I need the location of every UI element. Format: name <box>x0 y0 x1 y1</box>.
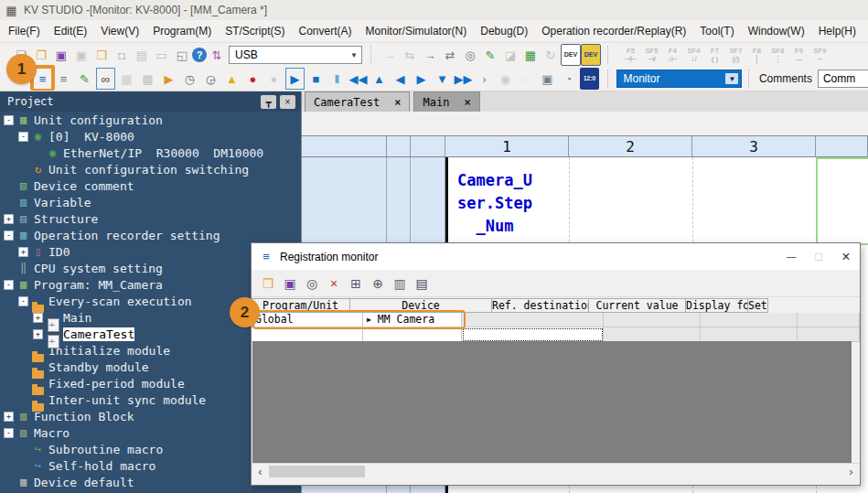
column-header[interactable]: Current value <box>589 298 686 313</box>
project-transfer-icon[interactable]: ❒ <box>91 44 112 66</box>
mode-select[interactable]: Monitor <box>616 70 743 88</box>
dialog-title-bar[interactable]: ≡ Registration monitor <box>252 243 860 270</box>
simulator-icon[interactable]: ◪ <box>500 44 520 66</box>
unit-monitor-icon[interactable]: ▦ <box>138 68 157 90</box>
insert-row-icon[interactable]: ⊞ <box>345 273 367 295</box>
closed-contact-pulse-icon[interactable]: SF4 ↓/ <box>683 44 704 66</box>
tree-expander-icon[interactable] <box>4 230 14 241</box>
record-icon[interactable]: ● <box>243 68 263 90</box>
replay-stop-icon[interactable]: ■ <box>306 68 326 90</box>
tab-close-icon[interactable] <box>464 96 470 109</box>
column-header[interactable]: Set <box>748 298 768 313</box>
open-file-icon[interactable]: ❐ <box>257 273 279 295</box>
menu-item[interactable]: Monitor/Simulator(N) <box>366 25 467 38</box>
vertical-line-icon[interactable]: F8 │ <box>746 44 767 66</box>
hand-gray-icon[interactable]: ◌ <box>517 68 536 90</box>
skip-to-end-icon[interactable]: ▶▶ <box>454 68 473 90</box>
scroll-left-icon[interactable] <box>252 464 268 479</box>
tree-item[interactable]: ▤ Device comment <box>0 177 301 194</box>
error-display-icon[interactable]: ▲ <box>222 68 241 90</box>
pause-gray-icon[interactable]: ◉ <box>496 68 515 90</box>
plc-transfer-icon[interactable]: ⇄ <box>440 44 460 66</box>
horizontal-line-delete-icon[interactable]: SF9 ┄ <box>809 44 830 66</box>
current-value-cell[interactable] <box>604 313 701 327</box>
protect-icon[interactable]: ◘ <box>112 44 132 66</box>
column-header[interactable]: Display format <box>686 298 748 313</box>
print-icon[interactable]: ▭ <box>152 44 172 66</box>
program-unit-cell[interactable] <box>252 327 363 342</box>
monitor-editor-icon[interactable]: ✎ <box>480 44 500 66</box>
project-delete-icon[interactable]: ▤ <box>132 44 152 66</box>
plc-verify-icon[interactable]: ⇆ <box>400 44 420 66</box>
horizontal-line-icon[interactable]: F9 — <box>788 44 809 66</box>
maximize-button[interactable] <box>805 247 832 267</box>
open-contact-pulse-icon[interactable]: F4 ↓⊢ <box>662 44 683 66</box>
menu-item[interactable]: Debug(D) <box>480 25 528 38</box>
grid-monitor-icon[interactable]: ▦ <box>117 68 136 90</box>
ref-destination-cell[interactable] <box>462 313 604 327</box>
ladder-cursor-cell[interactable] <box>816 157 868 245</box>
tree-item[interactable]: ◉ EtherNet/IP R30000 DM10000 <box>0 145 301 161</box>
menu-item[interactable]: File(F) <box>8 25 40 38</box>
editor-tab[interactable]: CameraTest <box>305 91 410 112</box>
display-format-cell[interactable] <box>701 327 798 342</box>
closed-contact-icon[interactable]: SF5 ⊣/ <box>641 44 662 66</box>
pin-icon[interactable]: ┳ <box>261 95 276 109</box>
timing-chart-icon[interactable]: ◔ <box>559 68 578 90</box>
save-all-icon[interactable]: ▣ <box>71 44 91 66</box>
set-cell[interactable] <box>798 313 860 327</box>
menu-item[interactable]: Window(W) <box>748 25 805 38</box>
comm-settings-icon[interactable]: ⇅ <box>207 44 227 66</box>
simulator-editor-icon[interactable]: ▦ <box>520 44 541 66</box>
dev-monitor-icon[interactable]: DEV <box>561 44 581 66</box>
scroll-right-icon[interactable] <box>843 464 859 479</box>
ladder-monitor-icon[interactable]: ∞ <box>96 68 115 90</box>
device-cell[interactable] <box>363 327 462 342</box>
ref-destination-cell-focused[interactable] <box>462 327 604 342</box>
menu-item[interactable]: Convert(A) <box>299 25 352 38</box>
column-header[interactable]: Device <box>350 298 492 313</box>
minimize-button[interactable] <box>777 247 805 267</box>
column-header[interactable]: Program/Unit <box>252 298 350 313</box>
save-project-icon[interactable]: ▣ <box>51 44 71 66</box>
help-icon[interactable]: ? <box>192 48 207 62</box>
tree-item[interactable]: ↻ Unit configuration switching <box>0 161 301 177</box>
menu-item[interactable]: Help(H) <box>819 25 856 38</box>
device-cell[interactable]: MM Camera <box>363 313 462 327</box>
tree-item[interactable]: ▥ Variable <box>0 194 301 210</box>
scrollbar-thumb[interactable] <box>269 466 365 477</box>
tree-expander-icon[interactable] <box>4 280 14 290</box>
current-value-cell[interactable] <box>604 327 701 342</box>
editor-tab[interactable]: Main <box>413 91 479 112</box>
set-cell[interactable] <box>798 327 860 342</box>
open-contact-icon[interactable]: F5 ⊣⊢ <box>620 44 641 66</box>
step-up-icon[interactable]: ▲ <box>370 68 389 90</box>
tree-item[interactable]: ▤ Structure <box>0 210 301 227</box>
tree-item[interactable]: ◉ [0] KV-8000 <box>0 128 301 145</box>
close-icon[interactable]: × <box>280 95 295 109</box>
comment-select[interactable]: Comm <box>818 70 868 88</box>
batch-monitor-icon[interactable]: ≡ <box>54 68 73 90</box>
menu-item[interactable]: ST/Script(S) <box>225 25 284 38</box>
comm-port-select[interactable]: USB <box>229 46 362 64</box>
delete-device-icon[interactable]: × <box>323 273 345 295</box>
append-row-icon[interactable]: ⊕ <box>367 273 389 295</box>
marker-back-icon[interactable]: ◀ <box>391 68 410 90</box>
tree-expander-icon[interactable] <box>4 214 14 224</box>
column-header[interactable]: Ref. destination <box>492 298 589 313</box>
device-search-icon[interactable]: ◎ <box>301 273 323 295</box>
unit-read-icon[interactable]: ▥ <box>389 273 411 295</box>
tree-item[interactable]: ▦ Unit configuration <box>0 112 301 128</box>
write-to-plc-icon[interactable]: → <box>380 44 400 66</box>
monitor-display-icon[interactable]: ▤ <box>411 273 433 295</box>
tree-expander-icon[interactable] <box>4 412 14 422</box>
menu-item[interactable]: Edit(E) <box>54 25 88 38</box>
closed-coil-icon[interactable]: SF7 (/) <box>725 44 746 66</box>
tree-expander-icon[interactable] <box>33 329 43 339</box>
skip-to-start-icon[interactable]: ◀◀ <box>348 68 368 90</box>
tree-expander-icon[interactable] <box>18 296 28 306</box>
display-format-cell[interactable] <box>701 313 798 327</box>
step-down-icon[interactable]: ▼ <box>433 68 452 90</box>
device-editor-icon[interactable]: ✎ <box>75 68 94 90</box>
menu-item[interactable]: Tool(T) <box>700 25 734 38</box>
